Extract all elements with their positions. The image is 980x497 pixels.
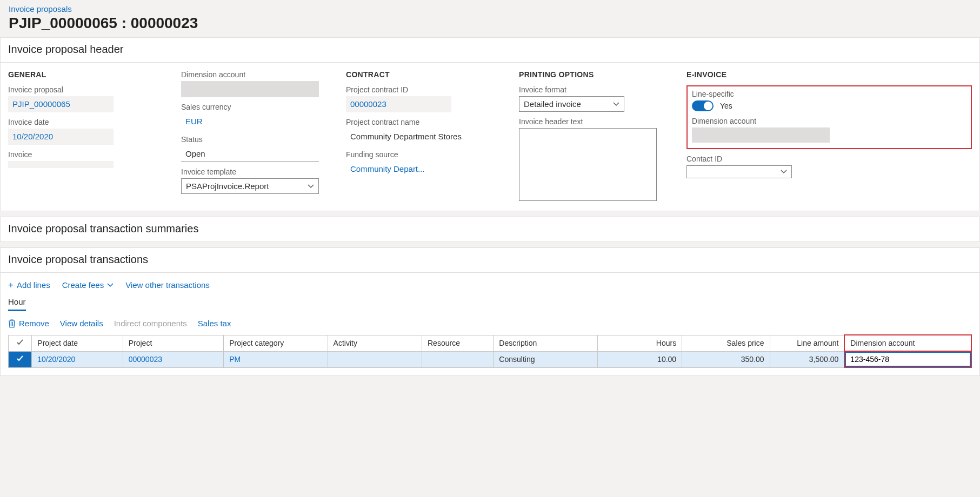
group-einvoice: E-INVOICE [686,70,972,79]
cell-project[interactable]: 00000023 [123,351,223,367]
create-fees-button[interactable]: Create fees [62,280,114,290]
label-sales-currency: Sales currency [181,103,330,111]
remove-label: Remove [19,319,49,328]
label-project-contract-id: Project contract ID [346,85,503,94]
remove-button[interactable]: Remove [8,319,49,328]
chevron-down-icon [613,101,619,108]
create-fees-label: Create fees [62,280,104,290]
indirect-components-button: Indirect components [114,319,187,328]
plus-icon: + [8,280,14,290]
chevron-down-icon [107,282,114,288]
column-resource[interactable]: Resource [422,335,494,351]
section-header-transactions[interactable]: Invoice proposal transactions [1,248,979,273]
cell-line-amount[interactable]: 3,500.00 [770,351,844,367]
field-funding-source[interactable]: Community Depart... [346,161,503,177]
cell-project-category[interactable]: PM [224,351,328,367]
column-line-amount[interactable]: Line amount [770,335,844,351]
label-invoice-template: Invoice template [181,167,330,176]
select-contact-id[interactable] [686,165,792,178]
group-contract: CONTRACT [346,70,503,79]
column-hours[interactable]: Hours [597,335,682,351]
toggle-line-specific-value: Yes [720,102,732,110]
cell-hours[interactable]: 10.00 [597,351,682,367]
label-invoice-date: Invoice date [8,118,165,126]
label-contact-id: Contact ID [686,155,972,163]
highlight-e-invoice-frame: Line-specific Yes Dimension account [686,85,972,149]
check-icon [16,339,24,346]
select-invoice-template[interactable]: PSAProjInvoice.Report [181,178,319,194]
label-invoice-header-text: Invoice header text [519,117,670,126]
select-invoice-format[interactable]: Detailed invoice [519,96,624,112]
toggle-line-specific[interactable] [692,100,714,111]
column-select-all[interactable] [9,335,32,351]
cell-sales-price[interactable]: 350.00 [682,351,770,367]
field-invoice[interactable] [8,161,114,168]
cell-project-date[interactable]: 10/20/2020 [32,351,123,367]
add-lines-button[interactable]: + Add lines [8,280,50,290]
cell-description[interactable]: Consulting [494,351,597,367]
column-sales-price[interactable]: Sales price [682,335,770,351]
transactions-table: Project date Project Project category Ac… [8,334,972,368]
field-project-contract-id[interactable]: 00000023 [346,96,451,112]
group-general: GENERAL [8,70,165,79]
view-other-transactions-button[interactable]: View other transactions [125,280,210,290]
field-invoice-proposal[interactable]: PJIP_00000065 [8,96,114,112]
label-line-specific: Line-specific [692,90,966,98]
field-invoice-date[interactable]: 10/20/2020 [8,129,114,145]
section-header-transaction-summaries[interactable]: Invoice proposal transaction summaries [1,217,979,241]
column-project-date[interactable]: Project date [32,335,123,351]
view-details-button[interactable]: View details [60,319,103,328]
select-invoice-template-value: PSAProjInvoice.Report [186,182,269,191]
cell-resource[interactable] [422,351,494,367]
field-einvoice-dimension-account[interactable] [692,127,830,143]
label-einvoice-dimension-account: Dimension account [692,117,966,125]
input-dimension-account[interactable] [845,352,971,367]
tab-hour[interactable]: Hour [8,293,26,311]
cell-activity[interactable] [328,351,422,367]
label-invoice-format: Invoice format [519,85,670,94]
column-description[interactable]: Description [494,335,597,351]
label-funding-source: Funding source [346,150,503,159]
label-invoice: Invoice [8,150,165,159]
chevron-down-icon [308,183,314,190]
column-project-category[interactable]: Project category [224,335,328,351]
row-selector[interactable] [9,351,32,367]
cell-dimension-account[interactable] [844,351,971,367]
label-status: Status [181,135,330,144]
column-activity[interactable]: Activity [328,335,422,351]
label-invoice-proposal: Invoice proposal [8,85,165,94]
breadcrumb-link[interactable]: Invoice proposals [9,4,971,14]
label-dimension-account: Dimension account [181,70,330,79]
group-printing-options: PRINTING OPTIONS [519,70,670,79]
field-status[interactable]: Open [181,146,319,162]
field-project-contract-name: Community Department Stores [346,129,486,145]
trash-icon [8,319,16,328]
section-header-invoice-proposal-header[interactable]: Invoice proposal header [1,38,979,63]
check-icon [16,355,24,362]
textarea-invoice-header-text[interactable] [519,128,657,201]
field-dimension-account[interactable] [181,81,319,97]
table-row[interactable]: 10/20/2020 00000023 PM Consulting 10.00 … [9,351,972,367]
field-sales-currency[interactable]: EUR [181,113,330,130]
add-lines-label: Add lines [17,280,50,290]
chevron-down-icon [781,169,787,175]
page-title: PJIP_00000065 : 00000023 [9,15,971,32]
label-project-contract-name: Project contract name [346,118,503,126]
column-project[interactable]: Project [123,335,223,351]
select-invoice-format-value: Detailed invoice [524,99,581,109]
sales-tax-button[interactable]: Sales tax [198,319,231,328]
column-dimension-account[interactable]: Dimension account [844,335,971,351]
